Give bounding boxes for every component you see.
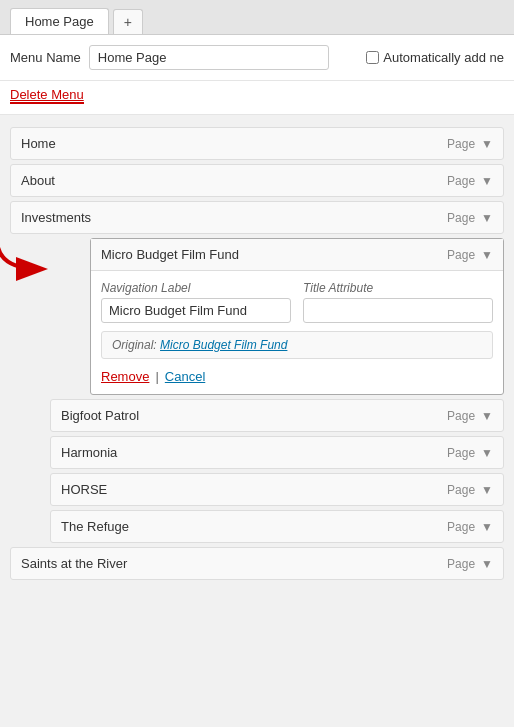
refuge-label: The Refuge bbox=[61, 519, 129, 534]
menu-item-harmonia[interactable]: Harmonia Page ▼ bbox=[50, 436, 504, 469]
home-right: Page ▼ bbox=[447, 137, 493, 151]
title-attr-group: Title Attribute bbox=[303, 281, 493, 323]
investments-type: Page bbox=[447, 211, 475, 225]
investments-right: Page ▼ bbox=[447, 211, 493, 225]
tab-add-button[interactable]: + bbox=[113, 9, 143, 34]
nav-label-group: Navigation Label bbox=[101, 281, 291, 323]
menu-item-home[interactable]: Home Page ▼ bbox=[10, 127, 504, 160]
horse-type: Page bbox=[447, 483, 475, 497]
home-chevron-icon: ▼ bbox=[481, 137, 493, 151]
refuge-type: Page bbox=[447, 520, 475, 534]
title-attr-input[interactable] bbox=[303, 298, 493, 323]
harmonia-label: Harmonia bbox=[61, 445, 117, 460]
horse-right: Page ▼ bbox=[447, 483, 493, 497]
micro-budget-chevron-icon: ▼ bbox=[481, 248, 493, 262]
menu-name-row: Menu Name Automatically add ne bbox=[0, 35, 514, 81]
about-right: Page ▼ bbox=[447, 174, 493, 188]
auto-add-text: Automatically add ne bbox=[383, 50, 504, 65]
action-separator: | bbox=[155, 369, 158, 384]
investments-label: Investments bbox=[21, 210, 91, 225]
delete-menu-link[interactable]: Delete Menu bbox=[10, 87, 84, 104]
refuge-right: Page ▼ bbox=[447, 520, 493, 534]
micro-budget-type: Page bbox=[447, 248, 475, 262]
auto-add-checkbox[interactable] bbox=[366, 51, 379, 64]
nav-label-input[interactable] bbox=[101, 298, 291, 323]
menu-item-horse[interactable]: HORSE Page ▼ bbox=[50, 473, 504, 506]
harmonia-type: Page bbox=[447, 446, 475, 460]
menu-item-saints[interactable]: Saints at the River Page ▼ bbox=[10, 547, 504, 580]
saints-chevron-icon: ▼ bbox=[481, 557, 493, 571]
harmonia-chevron-icon: ▼ bbox=[481, 446, 493, 460]
micro-budget-label: Micro Budget Film Fund bbox=[101, 247, 239, 262]
nav-label-field-label: Navigation Label bbox=[101, 281, 291, 295]
menu-items-container: Home Page ▼ About Page ▼ Investments Pag… bbox=[0, 115, 514, 596]
title-attr-field-label: Title Attribute bbox=[303, 281, 493, 295]
original-row: Original: Micro Budget Film Fund bbox=[101, 331, 493, 359]
harmonia-right: Page ▼ bbox=[447, 446, 493, 460]
action-row: Remove | Cancel bbox=[101, 369, 493, 384]
nav-title-row: Navigation Label Title Attribute bbox=[101, 281, 493, 323]
refuge-chevron-icon: ▼ bbox=[481, 520, 493, 534]
menu-item-bigfoot[interactable]: Bigfoot Patrol Page ▼ bbox=[50, 399, 504, 432]
horse-label: HORSE bbox=[61, 482, 107, 497]
auto-add-label: Automatically add ne bbox=[366, 50, 504, 65]
horse-chevron-icon: ▼ bbox=[481, 483, 493, 497]
bigfoot-right: Page ▼ bbox=[447, 409, 493, 423]
micro-budget-right: Page ▼ bbox=[447, 248, 493, 262]
menu-name-label: Menu Name bbox=[10, 50, 81, 65]
menu-name-input[interactable] bbox=[89, 45, 329, 70]
bigfoot-type: Page bbox=[447, 409, 475, 423]
remove-link[interactable]: Remove bbox=[101, 369, 149, 384]
original-link[interactable]: Micro Budget Film Fund bbox=[160, 338, 287, 352]
saints-label: Saints at the River bbox=[21, 556, 127, 571]
about-label: About bbox=[21, 173, 55, 188]
arrow-indicator-icon bbox=[0, 234, 52, 284]
micro-budget-body: Navigation Label Title Attribute Origina… bbox=[91, 271, 503, 394]
bigfoot-chevron-icon: ▼ bbox=[481, 409, 493, 423]
tabs-bar: Home Page + bbox=[0, 0, 514, 35]
investments-chevron-icon: ▼ bbox=[481, 211, 493, 225]
menu-item-about[interactable]: About Page ▼ bbox=[10, 164, 504, 197]
menu-item-micro-budget-wrapper: Micro Budget Film Fund Page ▼ Navigation… bbox=[50, 238, 504, 395]
about-type: Page bbox=[447, 174, 475, 188]
menu-item-micro-budget: Micro Budget Film Fund Page ▼ Navigation… bbox=[90, 238, 504, 395]
saints-right: Page ▼ bbox=[447, 557, 493, 571]
original-label: Original: bbox=[112, 338, 157, 352]
about-chevron-icon: ▼ bbox=[481, 174, 493, 188]
cancel-link[interactable]: Cancel bbox=[165, 369, 205, 384]
tab-home-page[interactable]: Home Page bbox=[10, 8, 109, 34]
bigfoot-label: Bigfoot Patrol bbox=[61, 408, 139, 423]
menu-item-investments[interactable]: Investments Page ▼ bbox=[10, 201, 504, 234]
delete-row: Delete Menu bbox=[0, 81, 514, 115]
saints-type: Page bbox=[447, 557, 475, 571]
micro-budget-header[interactable]: Micro Budget Film Fund Page ▼ bbox=[91, 239, 503, 271]
home-type: Page bbox=[447, 137, 475, 151]
home-label: Home bbox=[21, 136, 56, 151]
menu-item-refuge[interactable]: The Refuge Page ▼ bbox=[50, 510, 504, 543]
